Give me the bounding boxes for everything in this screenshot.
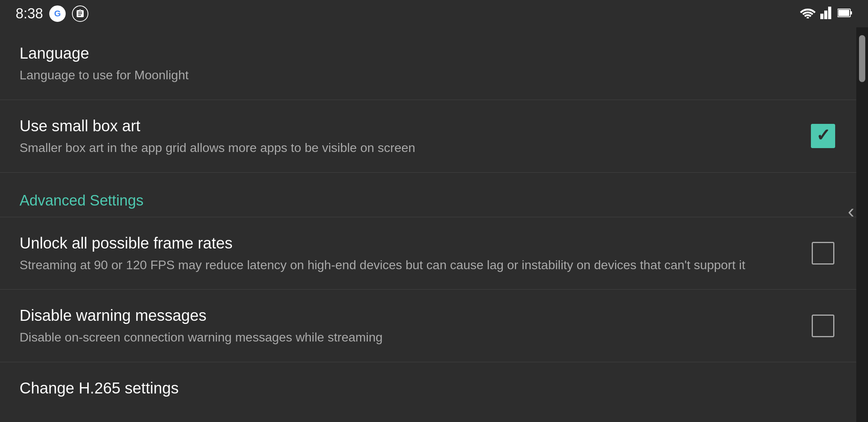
svg-rect-6 (850, 11, 852, 14)
language-setting-title: Language (20, 43, 813, 63)
status-right (800, 7, 852, 21)
unlock-frame-rates-subtitle: Streaming at 90 or 120 FPS may reduce la… (20, 256, 786, 274)
advanced-settings-label: Advanced Settings (20, 192, 143, 209)
unlock-frame-rates-checkbox[interactable] (809, 240, 837, 267)
google-icon: G (49, 5, 66, 22)
language-setting-text: Language Language to use for Moonlight (20, 43, 837, 84)
disable-warnings-checkbox-unchecked (812, 315, 834, 337)
scrollbar-track[interactable] (856, 27, 868, 422)
disable-warnings-row[interactable]: Disable warning messages Disable on-scre… (0, 290, 856, 362)
status-bar: 8:38 G (0, 0, 868, 27)
language-setting-subtitle: Language to use for Moonlight (20, 66, 813, 84)
small-box-art-checkbox-checked: ✓ (811, 124, 835, 148)
disable-warnings-subtitle: Disable on-screen connection warning mes… (20, 329, 786, 346)
svg-point-0 (807, 17, 809, 18)
unlock-frame-rates-title: Unlock all possible frame rates (20, 233, 786, 253)
change-h265-row[interactable]: Change H.265 settings (0, 362, 856, 417)
small-box-art-title: Use small box art (20, 116, 786, 136)
disable-warnings-text: Disable warning messages Disable on-scre… (20, 305, 809, 346)
unlock-frame-rates-checkbox-unchecked (812, 242, 834, 265)
scrollbar-thumb[interactable] (859, 35, 865, 82)
disable-warnings-title: Disable warning messages (20, 305, 786, 325)
advanced-settings-section: Advanced Settings Unlock all possible fr… (0, 173, 856, 417)
small-box-art-checkbox[interactable]: ✓ (809, 122, 837, 150)
disable-warnings-checkbox[interactable] (809, 312, 837, 340)
small-box-art-row[interactable]: Use small box art Smaller box art in the… (0, 100, 856, 173)
svg-marker-4 (828, 7, 831, 19)
clipboard-icon (72, 5, 88, 22)
small-box-art-subtitle: Smaller box art in the app grid allows m… (20, 139, 786, 157)
unlock-frame-rates-row[interactable]: Unlock all possible frame rates Streamin… (0, 217, 856, 290)
status-time: 8:38 (16, 5, 43, 22)
unlock-frame-rates-text: Unlock all possible frame rates Streamin… (20, 233, 809, 274)
advanced-settings-header: Advanced Settings (0, 177, 856, 217)
battery-icon (838, 8, 852, 19)
small-box-art-text: Use small box art Smaller box art in the… (20, 116, 809, 157)
change-h265-text: Change H.265 settings (20, 378, 837, 401)
svg-rect-7 (838, 10, 849, 16)
change-h265-title: Change H.265 settings (20, 378, 813, 398)
checkmark-icon: ✓ (816, 127, 830, 144)
svg-marker-1 (820, 14, 823, 19)
back-arrow-icon[interactable]: ‹ (848, 201, 854, 221)
wifi-icon (800, 7, 816, 20)
status-left: 8:38 G (16, 5, 88, 22)
settings-content: Language Language to use for Moonlight U… (0, 27, 856, 422)
signal-icon (820, 7, 833, 21)
svg-marker-2 (824, 11, 827, 19)
language-setting-row[interactable]: Language Language to use for Moonlight (0, 27, 856, 100)
